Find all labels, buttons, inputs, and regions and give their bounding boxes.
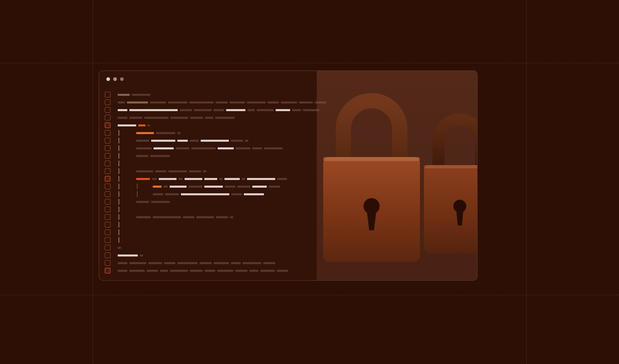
- gutter-marker: [105, 260, 110, 266]
- gutter-marker: [105, 145, 110, 151]
- code-line: [118, 252, 477, 258]
- gutter-marker-active: [105, 122, 110, 128]
- code-line: [118, 122, 477, 128]
- code-line: [118, 230, 477, 235]
- gutter-marker: [105, 237, 110, 243]
- gutter-marker: [105, 99, 110, 105]
- zoom-dot[interactable]: [120, 77, 124, 81]
- window-controls: [106, 77, 124, 81]
- gutter-marker: [105, 245, 110, 250]
- gutter-marker: [105, 207, 110, 212]
- editor-window: [99, 70, 478, 281]
- gutter-marker: [105, 168, 110, 174]
- code-line: [118, 138, 477, 143]
- code-line: [118, 153, 477, 159]
- code-line: [118, 99, 477, 105]
- code-line: [118, 92, 477, 97]
- gutter-marker-active: [105, 268, 110, 273]
- gutter-marker: [105, 191, 110, 197]
- gutter-marker: [105, 199, 110, 205]
- code-line: [118, 260, 477, 266]
- gutter-marker: [105, 222, 110, 228]
- code-line: [118, 161, 477, 166]
- code-line: [118, 130, 477, 136]
- code-line: [118, 184, 477, 189]
- guide-v-right: [526, 0, 527, 364]
- code-line: [118, 115, 477, 120]
- code-line: [118, 145, 477, 151]
- code-line: [118, 176, 477, 182]
- gutter-marker: [105, 138, 110, 143]
- guide-v-left: [93, 0, 93, 364]
- minimize-dot[interactable]: [113, 77, 117, 81]
- code-line: [118, 237, 477, 243]
- gutter-marker: [105, 130, 110, 136]
- gutter-marker: [105, 184, 110, 189]
- gutter-marker: [105, 230, 110, 235]
- code-line: [118, 107, 477, 113]
- gutter-marker: [105, 252, 110, 258]
- code-line: [118, 268, 477, 273]
- gutter-marker: [105, 92, 110, 97]
- code-line: [118, 214, 477, 220]
- gutter-marker: [105, 161, 110, 166]
- gutter: [105, 92, 110, 273]
- gutter-marker: [105, 214, 110, 220]
- code-line: [118, 191, 477, 197]
- gutter-marker: [105, 115, 110, 120]
- code-line: [118, 207, 477, 212]
- gutter-marker: [105, 107, 110, 113]
- close-dot[interactable]: [106, 77, 110, 81]
- code-line: [118, 245, 477, 250]
- code-area: [118, 92, 477, 275]
- code-line: [118, 222, 477, 228]
- gutter-marker: [105, 153, 110, 159]
- code-line: [118, 168, 477, 174]
- code-line: [118, 199, 477, 205]
- gutter-marker-active: [105, 176, 110, 182]
